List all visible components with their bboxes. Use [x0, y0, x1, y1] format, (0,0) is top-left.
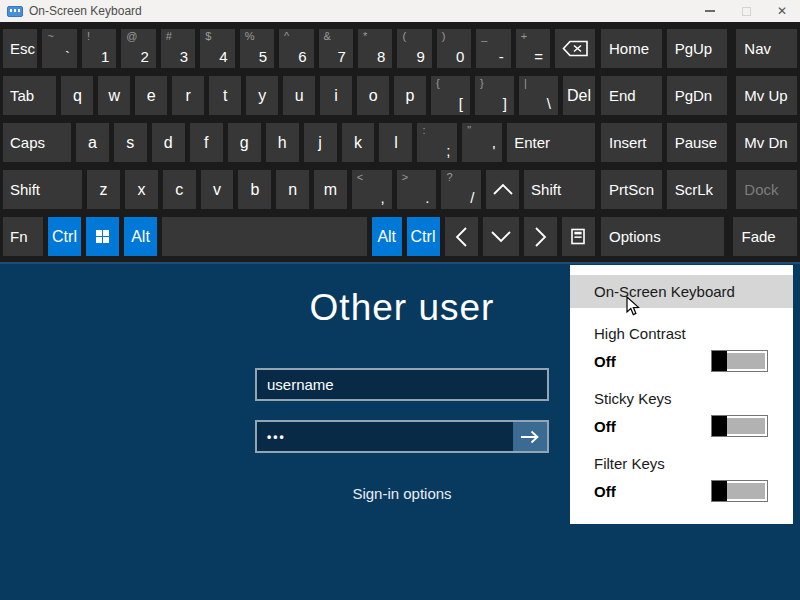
key-h[interactable]: h [266, 123, 299, 162]
key-q[interactable]: q [61, 76, 93, 115]
key-right-bracket[interactable]: }] [475, 76, 514, 115]
key-ctrl-left[interactable]: Ctrl [48, 217, 81, 256]
maximize-button[interactable] [728, 0, 764, 22]
toggle-switch[interactable] [711, 350, 768, 372]
key-shift-right[interactable]: Shift [524, 170, 595, 209]
key-equals[interactable]: += [516, 29, 550, 68]
key-comma[interactable]: <, [352, 170, 392, 209]
key-5[interactable]: %5 [240, 29, 274, 68]
key-i[interactable]: i [320, 76, 352, 115]
key-backspace[interactable] [555, 29, 595, 68]
mouse-cursor [626, 296, 641, 321]
key-backslash[interactable]: |\ [519, 76, 558, 115]
password-field[interactable]: ••• [255, 420, 549, 453]
toggle-switch[interactable] [711, 480, 768, 502]
key-shift-left[interactable]: Shift [3, 170, 82, 209]
key-z[interactable]: z [87, 170, 120, 209]
key-8[interactable]: *8 [358, 29, 392, 68]
key-v[interactable]: v [201, 170, 234, 209]
key-menu-key[interactable] [562, 217, 595, 256]
key-mv-dn[interactable]: Mv Dn [736, 123, 797, 162]
key-g[interactable]: g [228, 123, 261, 162]
key-w[interactable]: w [98, 76, 130, 115]
key-slash[interactable]: ?/ [441, 170, 481, 209]
key-home[interactable]: Home [601, 29, 662, 68]
key-t[interactable]: t [209, 76, 241, 115]
key-dock[interactable]: Dock [736, 170, 797, 209]
key-0[interactable]: )0 [437, 29, 471, 68]
key-period[interactable]: >. [397, 170, 437, 209]
key-prtscn[interactable]: PrtScn [601, 170, 662, 209]
close-button[interactable]: ✕ [764, 0, 800, 22]
key-options[interactable]: Options [601, 217, 724, 256]
toggle-track [727, 483, 765, 499]
key-l[interactable]: l [379, 123, 412, 162]
key-backtick[interactable]: ~` [42, 29, 76, 68]
key-1[interactable]: !1 [82, 29, 116, 68]
key-esc[interactable]: Esc [3, 29, 37, 68]
arrow-right-icon [520, 430, 540, 444]
submit-button[interactable] [513, 422, 547, 451]
key-alt-left[interactable]: Alt [124, 217, 157, 256]
key-d[interactable]: d [152, 123, 185, 162]
key-fn[interactable]: Fn [3, 217, 43, 256]
key-ctrl-right[interactable]: Ctrl [407, 217, 440, 256]
key-f[interactable]: f [190, 123, 223, 162]
key-k[interactable]: k [342, 123, 375, 162]
key-scrlk[interactable]: ScrLk [667, 170, 728, 209]
key-insert[interactable]: Insert [601, 123, 662, 162]
toggle-switch[interactable] [711, 415, 768, 437]
key-fade[interactable]: Fade [733, 217, 797, 256]
key-3[interactable]: #3 [161, 29, 195, 68]
signin-options-link[interactable]: Sign-in options [255, 485, 549, 502]
key-9[interactable]: (9 [397, 29, 431, 68]
key-del[interactable]: Del [563, 76, 595, 115]
minimize-button[interactable] [692, 0, 728, 22]
key-win[interactable] [86, 217, 119, 256]
username-input[interactable] [255, 368, 549, 401]
key-left-arrow[interactable] [445, 217, 478, 256]
key-pgup[interactable]: PgUp [667, 29, 728, 68]
key-u[interactable]: u [283, 76, 315, 115]
key-4[interactable]: $4 [200, 29, 234, 68]
key-m[interactable]: m [314, 170, 347, 209]
key-b[interactable]: b [238, 170, 271, 209]
key-r[interactable]: r [172, 76, 204, 115]
key-j[interactable]: j [304, 123, 337, 162]
key-mv-up[interactable]: Mv Up [736, 76, 797, 115]
key-2[interactable]: @2 [121, 29, 155, 68]
key-y[interactable]: y [246, 76, 278, 115]
key-enter[interactable]: Enter [507, 123, 595, 162]
key-space[interactable] [162, 217, 367, 256]
key-n[interactable]: n [276, 170, 309, 209]
key-c[interactable]: c [163, 170, 196, 209]
key-down-arrow[interactable] [483, 217, 519, 256]
key-6[interactable]: ^6 [279, 29, 313, 68]
panel-group-label: High Contrast [570, 325, 793, 342]
maximize-icon [742, 7, 751, 16]
key-tab[interactable]: Tab [3, 76, 56, 115]
key-pgdn[interactable]: PgDn [667, 76, 728, 115]
key-caps[interactable]: Caps [3, 123, 71, 162]
key-a[interactable]: a [76, 123, 109, 162]
key-semicolon[interactable]: :; [417, 123, 457, 162]
key-x[interactable]: x [125, 170, 158, 209]
key-7[interactable]: &7 [319, 29, 353, 68]
key-o[interactable]: o [357, 76, 389, 115]
key-minus[interactable]: _- [476, 29, 510, 68]
key-nav[interactable]: Nav [736, 29, 797, 68]
key-s[interactable]: s [114, 123, 147, 162]
key-end[interactable]: End [601, 76, 662, 115]
key-p[interactable]: p [394, 76, 426, 115]
accessibility-panel: On-Screen Keyboard High ContrastOffStick… [570, 265, 793, 524]
key-alt-right[interactable]: Alt [372, 217, 402, 256]
panel-item-on-screen-keyboard[interactable]: On-Screen Keyboard [570, 275, 793, 308]
key-pause[interactable]: Pause [667, 123, 728, 162]
key-e[interactable]: e [135, 76, 167, 115]
panel-group: Sticky KeysOff [570, 390, 793, 438]
key-left-bracket[interactable]: {[ [431, 76, 470, 115]
key-quote[interactable]: "' [462, 123, 502, 162]
key-up-arrow[interactable] [486, 170, 519, 209]
keyboard-right-section: HomePgUpNavEndPgDnMv UpInsertPauseMv DnP… [601, 29, 797, 256]
key-right-arrow[interactable] [524, 217, 557, 256]
